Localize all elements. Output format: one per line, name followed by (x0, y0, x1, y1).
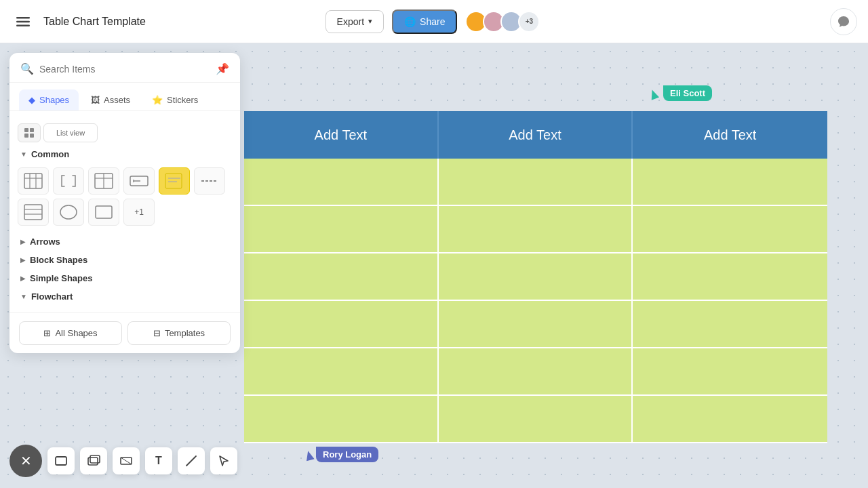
cursor-label-rory: Rory Logan (316, 447, 378, 462)
left-panel: 🔍 📌 ◆ Shapes 🖼 Assets ⭐ Stickers List vi… (9, 53, 240, 353)
tabs-row: ◆ Shapes 🖼 Assets ⭐ Stickers (9, 83, 240, 111)
tab-assets[interactable]: 🖼 Assets (81, 89, 140, 110)
table-cell[interactable] (244, 253, 439, 301)
templates-icon: ⊟ (153, 328, 161, 338)
avatar-count[interactable]: +3 (518, 11, 540, 33)
table-cell[interactable] (244, 348, 439, 396)
table-chart: Add Text Add Text Add Text (244, 111, 827, 461)
all-shapes-button[interactable]: ⊞ All Shapes (19, 321, 122, 345)
arrows-section-label: Arrows (30, 237, 60, 247)
share-label: Share (420, 16, 445, 27)
line-tool[interactable] (178, 447, 205, 474)
pin-icon[interactable]: 📌 (216, 62, 229, 75)
section-header-arrows[interactable]: ▶ Arrows (9, 232, 240, 251)
shape-list[interactable] (18, 199, 49, 226)
arrow-down-icon-flowchart: ▼ (20, 293, 27, 300)
shape-separator[interactable] (194, 167, 225, 195)
section-header-simple-shapes[interactable]: ▶ Simple Shapes (9, 269, 240, 287)
table-cell[interactable] (633, 348, 827, 396)
section-header-block-shapes[interactable]: ▶ Block Shapes (9, 251, 240, 269)
svg-rect-27 (88, 458, 98, 465)
chevron-down-icon: ▾ (368, 17, 372, 26)
close-panel-button[interactable]: ✕ (9, 445, 42, 477)
table-cell[interactable] (633, 206, 827, 253)
table-cell[interactable] (244, 396, 439, 443)
table-cell[interactable] (633, 396, 827, 443)
shape-input[interactable] (123, 167, 155, 195)
search-bar: 🔍 📌 (9, 53, 240, 83)
common-shapes-grid: +1 (9, 163, 240, 232)
simple-shapes-section-label: Simple Shapes (30, 273, 92, 283)
block-shapes-section-label: Block Shapes (30, 255, 87, 265)
table-header-cell-3[interactable]: Add Text (633, 111, 827, 159)
section-header-flowchart[interactable]: ▼ Flowchart (9, 287, 240, 306)
table-cell[interactable] (439, 348, 633, 396)
close-icon: ✕ (20, 453, 32, 469)
shape-rectangle[interactable] (88, 199, 119, 226)
common-section-label: Common (31, 149, 69, 159)
shape-table[interactable] (18, 167, 49, 195)
templates-button[interactable]: ⊟ Templates (127, 321, 231, 345)
share-button[interactable]: 🌐 Share (392, 9, 457, 34)
chat-button[interactable] (830, 8, 857, 35)
table-cell[interactable] (244, 159, 439, 206)
table-cell[interactable] (439, 253, 633, 301)
table-cell[interactable] (633, 159, 827, 206)
arrow-right-icon-arrows: ▶ (20, 238, 26, 245)
table-header-cell-2[interactable]: Add Text (439, 111, 633, 159)
more-shapes-badge[interactable]: +1 (123, 199, 155, 226)
assets-icon: 🖼 (91, 95, 100, 105)
table-cell[interactable] (244, 301, 439, 348)
tab-shapes[interactable]: ◆ Shapes (19, 89, 79, 110)
arrow-right-icon-block: ▶ (20, 256, 26, 264)
view-list-btn[interactable]: List view (43, 123, 98, 142)
stickers-tab-label: Stickers (167, 95, 198, 105)
view-grid-btn[interactable] (18, 123, 41, 142)
table-header-row: Add Text Add Text Add Text (244, 111, 827, 159)
frame-tool[interactable] (113, 447, 140, 474)
shape-sticky[interactable] (159, 167, 190, 195)
line-icon (184, 454, 198, 468)
search-icon: 🔍 (20, 62, 34, 75)
export-button[interactable]: Export ▾ (326, 10, 384, 33)
cursor-rory-logan: Rory Logan (305, 448, 378, 462)
table-cell[interactable] (439, 159, 633, 206)
bottom-toolbar: ✕ T (9, 445, 237, 477)
cursor-arrow-eli (648, 88, 659, 100)
svg-rect-3 (24, 128, 28, 132)
cursor-arrow-rory (304, 450, 314, 462)
tab-stickers[interactable]: ⭐ Stickers (142, 89, 208, 110)
svg-rect-4 (30, 128, 34, 132)
export-label: Export (337, 16, 364, 27)
shapes-list: List view ▼ Common (9, 111, 240, 312)
table-cell[interactable] (633, 301, 827, 348)
table-header-cell-1[interactable]: Add Text (244, 111, 439, 159)
panel-footer: ⊞ All Shapes ⊟ Templates (9, 312, 240, 353)
arrow-down-icon: ▼ (20, 150, 27, 158)
table-body (244, 159, 827, 443)
text-icon: T (155, 455, 162, 467)
frame-icon (119, 454, 133, 468)
table-cell[interactable] (633, 253, 827, 301)
rectangle-tool[interactable] (47, 447, 75, 474)
shape-table2[interactable] (88, 167, 119, 195)
table-cell[interactable] (439, 206, 633, 253)
svg-rect-26 (56, 457, 66, 465)
search-input[interactable] (39, 64, 210, 75)
section-header-common[interactable]: ▼ Common (9, 145, 240, 163)
topbar: Table Chart Template Export ▾ 🌐 Share +3 (0, 0, 868, 43)
svg-rect-17 (165, 174, 182, 188)
globe-icon: 🌐 (404, 16, 416, 27)
stack-tool[interactable] (80, 447, 107, 474)
table-cell[interactable] (244, 206, 439, 253)
table-cell[interactable] (439, 396, 633, 443)
shape-ellipse[interactable] (53, 199, 84, 226)
shape-bracket[interactable] (53, 167, 84, 195)
svg-rect-6 (30, 134, 34, 138)
svg-rect-25 (96, 206, 112, 218)
text-tool[interactable]: T (145, 447, 172, 474)
svg-rect-0 (16, 17, 30, 19)
menu-button[interactable] (11, 9, 35, 34)
pointer-tool[interactable] (210, 447, 237, 474)
table-cell[interactable] (439, 301, 633, 348)
